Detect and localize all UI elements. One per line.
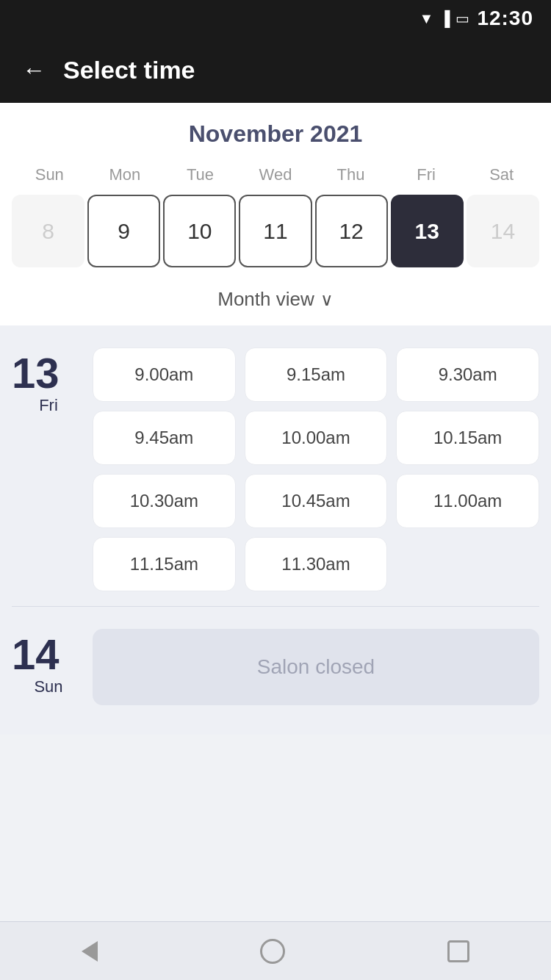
header: ← Select time [0, 37, 551, 103]
slot-1000am[interactable]: 10.00am [245, 411, 388, 465]
slot-915am[interactable]: 9.15am [245, 347, 388, 402]
slot-1030am[interactable]: 10.30am [93, 474, 236, 528]
status-time: 12:30 [477, 7, 533, 30]
weekday-tue: Tue [162, 162, 238, 187]
weekday-mon: Mon [87, 162, 163, 187]
calendar-section: November 2021 Sun Mon Tue Wed Thu Fri Sa… [0, 103, 551, 325]
weekday-wed: Wed [238, 162, 314, 187]
day-14-label: 14 Sun [12, 629, 85, 696]
day-14-section: 14 Sun Salon closed [12, 621, 539, 720]
day-12[interactable]: 12 [315, 195, 388, 267]
days-row: 8 9 10 11 12 13 14 [12, 195, 539, 267]
slots-section: 13 Fri 9.00am 9.15am 9.30am 9.45am 10.00… [0, 325, 551, 735]
nav-recents-button[interactable] [447, 940, 469, 962]
divider [12, 606, 539, 607]
weekdays-row: Sun Mon Tue Wed Thu Fri Sat [12, 162, 539, 187]
day-10[interactable]: 10 [163, 195, 236, 267]
weekday-sun: Sun [12, 162, 87, 187]
chevron-down-icon: ∨ [320, 289, 334, 310]
month-view-label: Month view [217, 288, 314, 311]
day-14-number: 14 [12, 633, 85, 676]
day-14-name: Sun [12, 677, 85, 696]
day-13-number: 13 [12, 352, 85, 394]
day-13-name: Fri [12, 396, 85, 415]
status-bar: ▼ ▐ ▭ 12:30 [0, 0, 551, 37]
nav-bar [0, 921, 551, 980]
slot-1015am[interactable]: 10.15am [396, 411, 539, 465]
slot-1130am[interactable]: 11.30am [245, 537, 388, 591]
slot-1100am[interactable]: 11.00am [396, 474, 539, 528]
weekday-fri: Fri [389, 162, 464, 187]
slots-grid-13: 9.00am 9.15am 9.30am 9.45am 10.00am 10.1… [85, 347, 539, 591]
slot-1115am[interactable]: 11.15am [93, 537, 236, 591]
slot-900am[interactable]: 9.00am [93, 347, 236, 402]
nav-back-button[interactable] [82, 941, 98, 962]
nav-home-button[interactable] [260, 939, 285, 964]
day-13-label: 13 Fri [12, 347, 85, 415]
salon-closed-box: Salon closed [93, 629, 539, 705]
day-8[interactable]: 8 [12, 195, 84, 267]
day-11[interactable]: 11 [239, 195, 311, 267]
back-button[interactable]: ← [22, 58, 46, 82]
slot-930am[interactable]: 9.30am [396, 347, 539, 402]
month-view-toggle[interactable]: Month view ∨ [12, 278, 539, 318]
day-14[interactable]: 14 [467, 195, 539, 267]
status-icons: ▼ ▐ ▭ [419, 10, 469, 27]
day-13-section: 13 Fri 9.00am 9.15am 9.30am 9.45am 10.00… [12, 340, 539, 606]
weekday-thu: Thu [313, 162, 389, 187]
slot-945am[interactable]: 9.45am [93, 411, 236, 465]
weekday-sat: Sat [464, 162, 539, 187]
battery-icon: ▭ [455, 10, 469, 27]
slot-1045am[interactable]: 10.45am [245, 474, 388, 528]
month-year-title: November 2021 [12, 120, 539, 148]
signal-icon: ▐ [439, 10, 450, 27]
day-13[interactable]: 13 [391, 195, 464, 267]
wifi-icon: ▼ [419, 10, 433, 27]
page-title: Select time [63, 56, 195, 84]
day-9[interactable]: 9 [87, 195, 160, 267]
